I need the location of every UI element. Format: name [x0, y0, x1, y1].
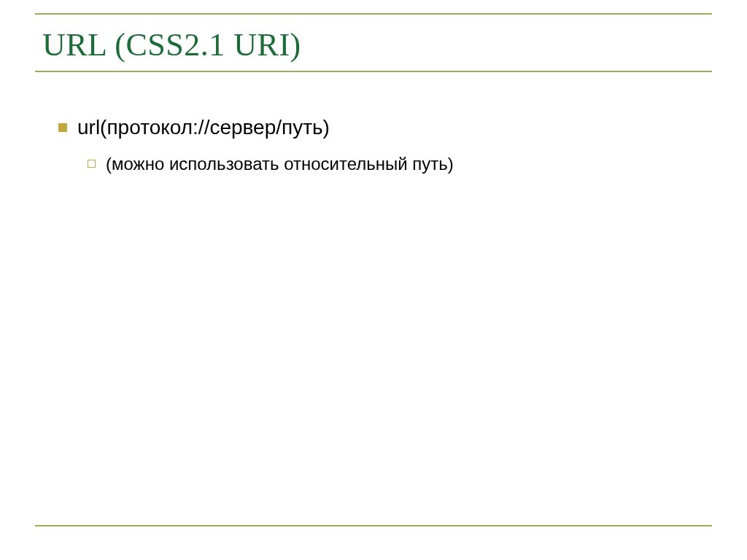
list-item-text: (можно использовать относительный путь) [106, 152, 454, 176]
list-item-text: url(протокол://сервер/путь) [77, 114, 330, 141]
square-bullet-icon [58, 123, 67, 132]
divider-top [35, 13, 712, 15]
divider-under-title [35, 71, 712, 72]
divider-bottom [35, 525, 712, 526]
slide-body: url(протокол://сервер/путь) (можно испол… [58, 114, 712, 176]
square-outline-bullet-icon [88, 160, 96, 168]
slide-title: URL (CSS2.1 URI) [42, 25, 712, 65]
list-item: (можно использовать относительный путь) [88, 152, 712, 176]
slide: URL (CSS2.1 URI) url(протокол://сервер/п… [0, 0, 747, 560]
list-item: url(протокол://сервер/путь) [58, 114, 712, 141]
